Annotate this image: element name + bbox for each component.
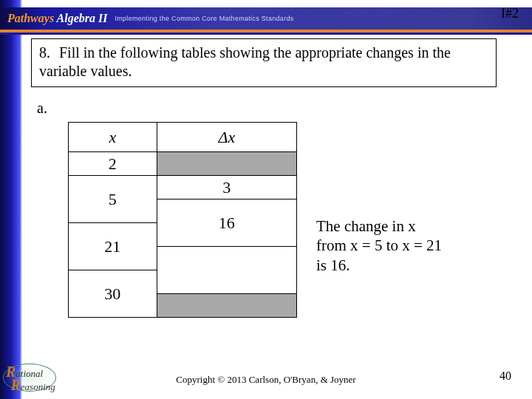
table-cell-x: 30 [69,270,157,318]
table-header-x: x [69,123,157,152]
accent-band-blue [0,33,532,35]
question-text: Fill in the following tables showing the… [39,44,451,79]
left-gradient-stripe [0,0,22,399]
question-box: 8. Fill in the following tables showing … [31,38,497,87]
product-name: Algebra II [57,12,108,24]
logo-initial: R [11,377,21,393]
product-title: Pathways Algebra II [7,12,107,25]
logo-word: easoning [21,381,55,392]
copyright-text: Copyright © 2013 Carlson, O'Bryan, & Joy… [0,374,532,386]
explanation-line: is 16. [316,256,350,274]
table-header-dx: Δx [157,123,296,152]
slide-identifier: I#2 [501,6,519,21]
table-cell-x: 21 [69,223,157,270]
table-cell-dx: 16 [157,200,296,247]
explanation-line: from x = 5 to x = 21 [316,236,442,254]
table-cell-x: 2 [69,152,157,176]
publisher-logo: Rational Reasoning [6,365,55,392]
page-number: 40 [499,369,511,383]
table-cell-x: 5 [69,176,157,223]
product-subtitle: Implementing the Common Core Mathematics… [115,15,293,22]
table-cell-dx-shaded [157,152,296,176]
part-label: a. [37,100,47,117]
title-bar: Pathways Algebra II Implementing the Com… [0,7,532,30]
explanation-text: The change in x from x = 5 to x = 21 is … [316,216,501,275]
table-cell-dx-empty [157,247,296,294]
explanation-line: The change in x [316,217,416,235]
brand-name: Pathways [7,12,54,24]
question-number: 8. [39,44,55,62]
values-table: x Δx 2 5 3 16 21 30 [68,122,297,318]
table-cell-dx: 3 [157,176,296,200]
table-cell-dx-shaded [157,294,296,318]
